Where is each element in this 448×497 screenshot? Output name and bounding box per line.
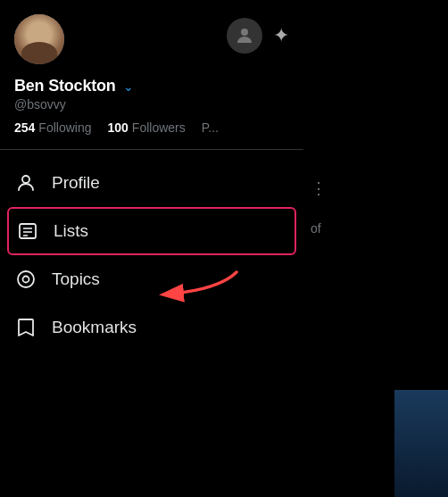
- sidebar-item-bookmarks[interactable]: Bookmarks: [0, 303, 303, 352]
- person-icon: [14, 171, 37, 195]
- followers-label: Followers: [132, 120, 186, 135]
- svg-point-6: [18, 271, 34, 287]
- additional-stat: P...: [202, 120, 219, 135]
- bookmarks-nav-label: Bookmarks: [52, 318, 137, 337]
- profile-nav-label: Profile: [52, 173, 100, 193]
- followers-count: 100: [108, 120, 129, 135]
- divider: [0, 149, 303, 150]
- sidebar-header: ✦: [0, 0, 303, 64]
- profile-info: Ben Stockton ⌄ @bsovvy 254 Following 100…: [0, 64, 303, 144]
- app-container: ✦ Ben Stockton ⌄ @bsovvy 254 Following 1…: [0, 0, 448, 497]
- svg-point-1: [22, 176, 29, 183]
- sparkle-icon[interactable]: ✦: [273, 26, 289, 46]
- stats-row: 254 Following 100 Followers P...: [14, 120, 289, 135]
- sidebar-drawer: ✦ Ben Stockton ⌄ @bsovvy 254 Following 1…: [0, 0, 303, 497]
- lists-nav-label: Lists: [54, 221, 88, 241]
- dots-menu: ⋮: [311, 178, 327, 198]
- display-name: Ben Stockton: [14, 77, 116, 95]
- switch-account-button[interactable]: [227, 18, 262, 54]
- bookmark-icon: [14, 316, 37, 339]
- account-switcher-chevron[interactable]: ⌄: [123, 79, 134, 94]
- avatar-image: [14, 14, 64, 64]
- svg-point-0: [241, 29, 248, 36]
- name-row: Ben Stockton ⌄: [14, 77, 289, 95]
- person-circle-icon: [234, 25, 255, 46]
- avatar[interactable]: [14, 14, 64, 64]
- sidebar-item-profile[interactable]: Profile: [0, 159, 303, 207]
- username: @bsovvy: [14, 97, 289, 112]
- svg-point-7: [23, 277, 29, 283]
- header-right-actions: ✦: [227, 14, 289, 54]
- topic-icon: [14, 268, 37, 291]
- sidebar-item-topics[interactable]: Topics: [0, 255, 303, 303]
- right-panel: ⋮ of: [303, 0, 448, 497]
- following-stat[interactable]: 254 Following: [14, 120, 92, 135]
- sidebar-item-lists[interactable]: Lists: [7, 207, 296, 255]
- following-count: 254: [14, 120, 35, 135]
- partial-text: of: [311, 221, 321, 236]
- background-image: [394, 390, 448, 497]
- followers-stat[interactable]: 100 Followers: [108, 120, 186, 135]
- topics-nav-label: Topics: [52, 269, 100, 289]
- following-label: Following: [38, 120, 91, 135]
- list-icon: [16, 220, 39, 243]
- nav-list: Profile Lists: [0, 155, 303, 497]
